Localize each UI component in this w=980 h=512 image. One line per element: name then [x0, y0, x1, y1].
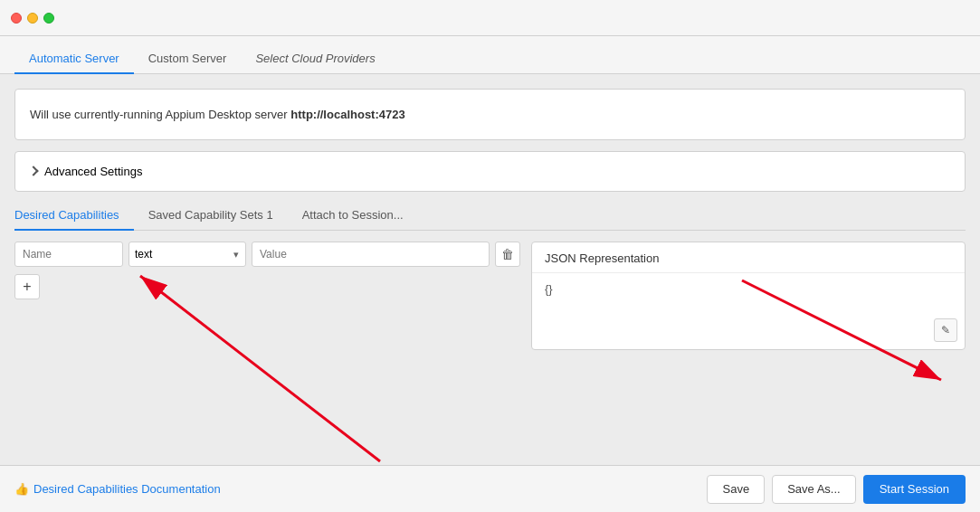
capability-body: text boolean number object json_object 🗑… [14, 242, 966, 350]
capabilities-section: Desired Capabilities Saved Capability Se… [14, 203, 966, 450]
info-box: Will use currently-running Appium Deskto… [14, 89, 966, 140]
delete-capability-button[interactable]: 🗑 [495, 242, 520, 267]
start-session-button[interactable]: Start Session [863, 475, 966, 504]
chevron-right-icon [28, 166, 38, 175]
bottom-buttons: Save Save As... Start Session [707, 475, 966, 504]
json-edit-button[interactable]: ✎ [934, 318, 957, 342]
save-as-button[interactable]: Save As... [772, 475, 856, 504]
close-button[interactable] [11, 13, 22, 24]
save-button[interactable]: Save [707, 475, 765, 504]
tab-custom-server[interactable]: Custom Server [134, 44, 242, 74]
json-panel: JSON Representation {} ✎ [531, 242, 966, 350]
thumbs-up-icon: 👍 [14, 482, 29, 496]
tab-automatic-server[interactable]: Automatic Server [14, 44, 134, 74]
json-panel-title: JSON Representation [532, 242, 965, 273]
doc-link[interactable]: 👍 Desired Capabilities Documentation [14, 482, 221, 496]
info-text-prefix: Will use currently-running Appium Deskto… [30, 108, 290, 121]
capability-row: text boolean number object json_object 🗑 [14, 242, 520, 267]
advanced-settings-label: Advanced Settings [44, 165, 142, 178]
traffic-lights [11, 13, 54, 24]
capability-value-input[interactable] [252, 242, 490, 267]
server-url: http://localhost:4723 [290, 108, 404, 121]
capability-name-input[interactable] [14, 242, 123, 267]
tab-saved-capability-sets[interactable]: Saved Capability Sets 1 [134, 203, 288, 231]
capability-type-select[interactable]: text boolean number object json_object [128, 242, 246, 267]
bottom-bar: 👍 Desired Capabilities Documentation Sav… [0, 465, 980, 512]
capability-type-wrapper: text boolean number object json_object [128, 242, 246, 267]
capability-tabs: Desired Capabilities Saved Capability Se… [14, 203, 966, 231]
plus-icon: + [23, 279, 31, 295]
top-tabs: Automatic Server Custom Server Select Cl… [0, 36, 980, 74]
tab-select-cloud[interactable]: Select Cloud Providers [241, 44, 389, 74]
add-capability-button[interactable]: + [14, 274, 40, 299]
capability-inputs: text boolean number object json_object 🗑… [14, 242, 520, 299]
maximize-button[interactable] [43, 13, 54, 24]
doc-link-label: Desired Capabilities Documentation [33, 482, 221, 496]
titlebar [0, 0, 980, 36]
json-content: {} [532, 273, 965, 327]
main-content: Will use currently-running Appium Deskto… [0, 74, 980, 465]
tab-desired-capabilities[interactable]: Desired Capabilities [14, 203, 134, 231]
trash-icon: 🗑 [501, 247, 514, 261]
pencil-icon: ✎ [941, 324, 950, 337]
advanced-settings-toggle[interactable]: Advanced Settings [14, 151, 966, 192]
tab-attach-to-session[interactable]: Attach to Session... [288, 203, 418, 231]
minimize-button[interactable] [27, 13, 38, 24]
